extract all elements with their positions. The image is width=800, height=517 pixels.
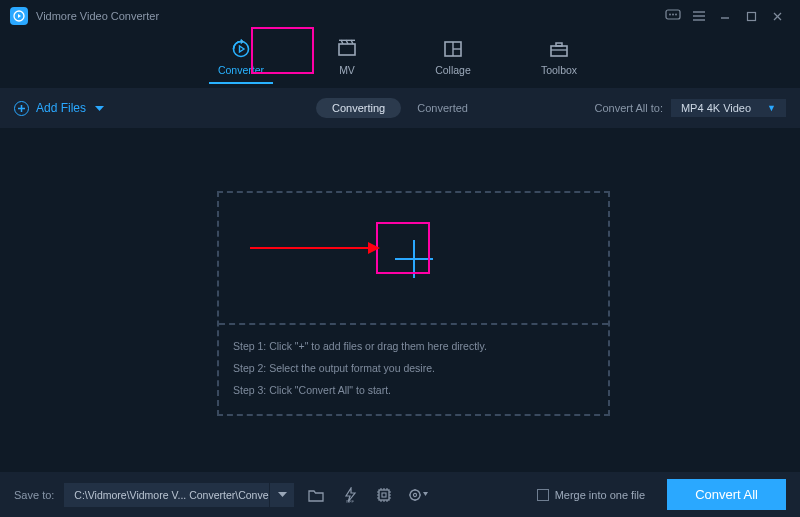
svg-marker-26 — [95, 106, 104, 111]
save-path-group: C:\Vidmore\Vidmore V... Converter\Conver… — [64, 483, 294, 507]
open-folder-button[interactable] — [304, 483, 328, 507]
instruction-steps: Step 1: Click "+" to add files or drag t… — [233, 335, 487, 401]
minimize-icon[interactable] — [712, 6, 738, 26]
add-files-label: Add Files — [36, 101, 86, 115]
app-logo — [10, 7, 28, 25]
titlebar: Vidmore Video Converter — [0, 0, 800, 32]
plus-circle-icon — [14, 101, 29, 116]
svg-rect-31 — [382, 493, 386, 497]
drop-zone[interactable]: Step 1: Click "+" to add files or drag t… — [217, 191, 610, 416]
step-3: Step 3: Click "Convert All" to start. — [233, 379, 487, 401]
svg-marker-1 — [18, 14, 21, 18]
feedback-icon[interactable] — [660, 6, 686, 26]
close-icon[interactable] — [764, 6, 790, 26]
footer-bar: Save to: C:\Vidmore\Vidmore V... Convert… — [0, 471, 800, 517]
svg-point-5 — [675, 14, 677, 16]
svg-point-4 — [672, 14, 674, 16]
checkbox-icon — [537, 489, 549, 501]
gpu-accel-button[interactable] — [372, 483, 396, 507]
svg-rect-30 — [379, 490, 389, 500]
queue-tabs: Converting Converted — [316, 98, 484, 118]
svg-line-51 — [418, 498, 419, 499]
merge-label: Merge into one file — [555, 489, 646, 501]
collage-icon — [442, 38, 464, 60]
tab-toolbox[interactable]: Toolbox — [527, 34, 591, 84]
svg-line-53 — [418, 491, 419, 492]
action-bar: Add Files Converting Converted Convert A… — [0, 88, 800, 128]
svg-line-50 — [411, 491, 412, 492]
merge-checkbox[interactable]: Merge into one file — [537, 489, 646, 501]
svg-rect-22 — [556, 43, 562, 46]
svg-marker-54 — [423, 492, 428, 496]
dropdown-icon: ▼ — [767, 103, 776, 113]
tab-converter[interactable]: Converter — [209, 34, 273, 84]
save-path-input[interactable]: C:\Vidmore\Vidmore V... Converter\Conver… — [64, 483, 269, 507]
svg-text:OFF: OFF — [346, 499, 355, 503]
tab-converting[interactable]: Converting — [316, 98, 401, 118]
app-title: Vidmore Video Converter — [36, 10, 159, 22]
svg-rect-21 — [551, 46, 567, 56]
main-area: Step 1: Click "+" to add files or drag t… — [0, 128, 800, 468]
svg-marker-27 — [278, 492, 287, 497]
high-speed-button[interactable]: OFF — [338, 483, 362, 507]
svg-marker-15 — [241, 40, 244, 44]
convert-all-to-group: Convert All to: MP4 4K Video ▼ — [594, 99, 786, 117]
tab-collage-label: Collage — [435, 64, 471, 76]
tab-toolbox-label: Toolbox — [541, 64, 577, 76]
converter-icon — [230, 38, 252, 60]
svg-rect-10 — [747, 12, 755, 20]
settings-button[interactable] — [406, 483, 430, 507]
mv-icon — [336, 38, 358, 60]
menu-icon[interactable] — [686, 6, 712, 26]
add-files-plus-button[interactable] — [395, 240, 433, 278]
add-files-button[interactable]: Add Files — [14, 101, 104, 116]
step-1: Step 1: Click "+" to add files or drag t… — [233, 335, 487, 357]
tab-mv-label: MV — [339, 64, 355, 76]
convert-all-button[interactable]: Convert All — [667, 479, 786, 510]
output-format-value: MP4 4K Video — [681, 102, 751, 114]
tab-converted[interactable]: Converted — [401, 98, 484, 118]
svg-line-52 — [411, 498, 412, 499]
primary-tabs: Converter MV Collage Toolbox — [0, 32, 800, 84]
tab-collage[interactable]: Collage — [421, 34, 485, 84]
tab-converter-label: Converter — [218, 64, 264, 76]
save-path-dropdown[interactable] — [270, 483, 294, 507]
plus-icon — [395, 240, 433, 278]
save-to-label: Save to: — [14, 489, 54, 501]
dropzone-divider — [219, 323, 608, 325]
chevron-down-icon — [95, 101, 104, 115]
toolbox-icon — [548, 38, 570, 60]
svg-point-3 — [669, 14, 671, 16]
output-format-select[interactable]: MP4 4K Video ▼ — [671, 99, 786, 117]
maximize-icon[interactable] — [738, 6, 764, 26]
convert-all-to-label: Convert All to: — [594, 102, 662, 114]
svg-point-45 — [414, 493, 417, 496]
svg-rect-16 — [339, 44, 355, 55]
svg-marker-14 — [240, 46, 245, 52]
tab-mv[interactable]: MV — [315, 34, 379, 84]
step-2: Step 2: Select the output format you des… — [233, 357, 487, 379]
